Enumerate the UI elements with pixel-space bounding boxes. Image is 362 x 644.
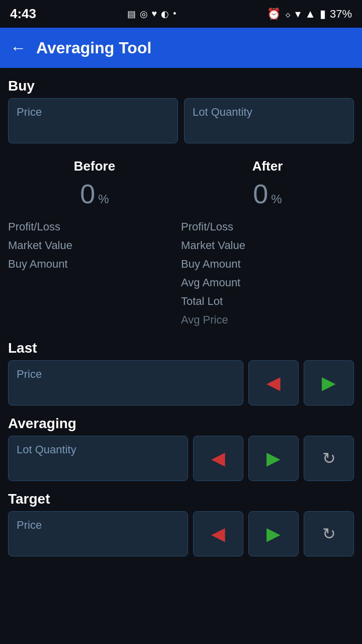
target-right-arrow-icon: ▶ <box>266 523 281 544</box>
averaging-decrement-button[interactable]: ◀ <box>193 436 243 481</box>
before-market-value: Market Value <box>8 237 181 254</box>
before-label: Before <box>74 158 115 174</box>
after-value-row: 0 % <box>253 178 282 209</box>
averaging-input-row: Lot Quantity ◀ ▶ ↻ <box>8 436 354 481</box>
after-percent: % <box>271 192 282 206</box>
target-increment-button[interactable]: ▶ <box>248 511 299 556</box>
after-profit-loss: Profit/Loss <box>181 218 354 235</box>
before-stats-col: Profit/Loss Market Value Buy Amount <box>8 218 181 328</box>
buy-price-placeholder: Price <box>17 106 42 119</box>
last-input-row: Price ◀ ▶ <box>8 360 354 406</box>
wifi-icon: ▾ <box>295 8 301 21</box>
buy-lot-quantity-placeholder: Lot Quantity <box>193 106 252 119</box>
last-decrement-button[interactable]: ◀ <box>248 360 299 406</box>
averaging-lot-quantity-placeholder: Lot Quantity <box>17 443 76 456</box>
last-section: Last Price ◀ ▶ <box>8 340 354 406</box>
signal-icon: ▲ <box>305 8 316 21</box>
alarm-icon: ⏰ <box>267 8 281 21</box>
before-percent: % <box>98 192 109 206</box>
after-total-lot: Total Lot <box>181 293 354 309</box>
averaging-section-label: Averaging <box>8 416 354 432</box>
before-buy-amount: Buy Amount <box>8 256 181 272</box>
target-input-row: Price ◀ ▶ ↻ <box>8 511 354 556</box>
status-bar: 4:43 ▤ ◎ ♥ ◐ • ⏰ ⬦ ▾ ▲ ▮ 37% <box>0 0 362 28</box>
notification-icon: ▤ <box>127 9 136 20</box>
averaging-left-arrow-icon: ◀ <box>211 448 225 469</box>
status-time: 4:43 <box>10 6 36 22</box>
after-label: After <box>252 158 283 174</box>
target-section-label: Target <box>8 491 354 507</box>
after-value: 0 <box>253 178 268 209</box>
main-content: Buy Price Lot Quantity Before 0 % After … <box>0 68 362 572</box>
after-avg-price: Avg Price <box>181 311 354 328</box>
after-buy-amount: Buy Amount <box>181 256 354 272</box>
before-after-section: Before 0 % After 0 % <box>8 158 354 209</box>
after-stats-col: Profit/Loss Market Value Buy Amount Avg … <box>181 218 354 328</box>
before-value: 0 <box>80 178 95 209</box>
target-section: Target Price ◀ ▶ ↻ <box>8 491 354 556</box>
averaging-right-arrow-icon: ▶ <box>266 448 281 469</box>
last-left-arrow-icon: ◀ <box>266 372 281 393</box>
battery-percent: 37% <box>330 8 352 21</box>
target-left-arrow-icon: ◀ <box>211 523 225 544</box>
last-price-input[interactable]: Price <box>8 360 243 406</box>
averaging-section: Averaging Lot Quantity ◀ ▶ ↻ <box>8 416 354 481</box>
target-decrement-button[interactable]: ◀ <box>193 511 243 556</box>
last-increment-button[interactable]: ▶ <box>304 360 354 406</box>
last-price-placeholder: Price <box>17 368 42 381</box>
after-market-value: Market Value <box>181 237 354 254</box>
target-refresh-icon: ↻ <box>322 524 336 543</box>
page-title: Averaging Tool <box>36 39 151 57</box>
dot-icon: • <box>173 9 176 19</box>
status-icons: ▤ ◎ ♥ ◐ • <box>127 9 176 20</box>
averaging-lot-quantity-input[interactable]: Lot Quantity <box>8 436 188 481</box>
averaging-refresh-button[interactable]: ↻ <box>304 436 354 481</box>
last-right-arrow-icon: ▶ <box>322 372 336 393</box>
buy-section: Buy Price Lot Quantity <box>8 78 354 143</box>
app-icon: ◐ <box>161 9 169 20</box>
whatsapp-icon: ◎ <box>140 9 148 20</box>
app-header: ← Averaging Tool <box>0 28 362 68</box>
target-price-input[interactable]: Price <box>8 511 188 556</box>
last-section-label: Last <box>8 340 354 356</box>
battery-icon: ▮ <box>320 8 326 21</box>
buy-price-input[interactable]: Price <box>8 98 178 143</box>
averaging-refresh-icon: ↻ <box>322 449 336 468</box>
after-avg-amount: Avg Amount <box>181 274 354 291</box>
stats-section: Profit/Loss Market Value Buy Amount Prof… <box>8 218 354 328</box>
buy-inputs-row: Price Lot Quantity <box>8 98 354 143</box>
before-profit-loss: Profit/Loss <box>8 218 181 235</box>
back-button[interactable]: ← <box>10 39 26 57</box>
heart-icon: ♥ <box>152 9 157 19</box>
buy-section-label: Buy <box>8 78 354 94</box>
status-right-icons: ⏰ ⬦ ▾ ▲ ▮ 37% <box>267 8 352 21</box>
sync-icon: ⬦ <box>285 8 291 21</box>
target-refresh-button[interactable]: ↻ <box>304 511 354 556</box>
target-price-placeholder: Price <box>17 519 42 532</box>
averaging-increment-button[interactable]: ▶ <box>248 436 299 481</box>
before-value-row: 0 % <box>80 178 109 209</box>
before-column: Before 0 % <box>8 158 181 209</box>
buy-lot-quantity-input[interactable]: Lot Quantity <box>184 98 354 143</box>
after-column: After 0 % <box>181 158 354 209</box>
